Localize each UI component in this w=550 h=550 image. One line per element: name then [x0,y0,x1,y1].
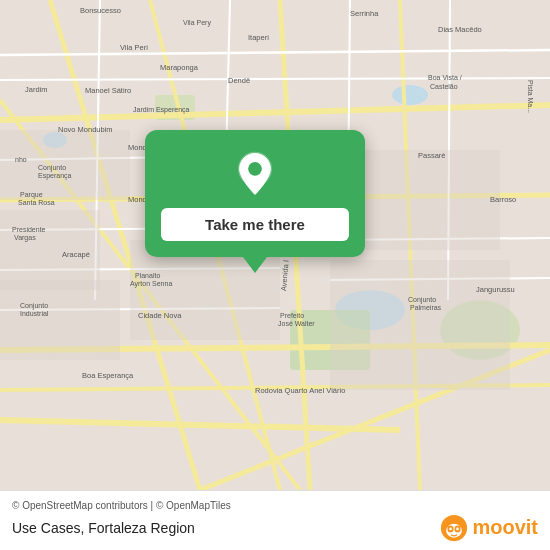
map-container: Bonsucesso Vila Pery Serrinha Dias Macêd… [0,0,550,490]
svg-text:Planalto: Planalto [135,272,160,279]
svg-text:José Walter: José Walter [278,320,315,327]
page-title: Use Cases, Fortaleza Region [12,520,195,536]
svg-text:Vila Peri: Vila Peri [120,43,148,52]
svg-text:Pista Ma...: Pista Ma... [527,80,534,113]
footer-title-row: Use Cases, Fortaleza Region moovit [12,514,538,542]
svg-text:Palmeiras: Palmeiras [410,304,442,311]
attribution-text: © OpenStreetMap contributors | © OpenMap… [12,500,538,511]
svg-rect-35 [330,260,510,390]
footer: © OpenStreetMap contributors | © OpenMap… [0,490,550,550]
svg-text:Vargas: Vargas [14,234,36,242]
location-pin-icon [231,150,279,198]
svg-text:Conjunto: Conjunto [408,296,436,304]
svg-text:Jangurussu: Jangurussu [476,285,515,294]
svg-text:Prefeito: Prefeito [280,312,304,319]
take-me-there-button[interactable]: Take me there [161,208,349,241]
svg-text:Jardim Esperença: Jardim Esperença [133,106,190,114]
svg-text:Esperança: Esperança [38,172,72,180]
moovit-brand-name: moovit [472,516,538,539]
svg-text:Boa Vista /: Boa Vista / [428,74,462,81]
svg-text:Jardim: Jardim [25,85,48,94]
svg-text:Santa Rosa: Santa Rosa [18,199,55,206]
popup-card: Take me there [145,130,365,257]
svg-text:Bonsucesso: Bonsucesso [80,6,121,15]
svg-text:Passaré: Passaré [418,151,446,160]
svg-text:Ayrton Senna: Ayrton Senna [130,280,172,288]
svg-text:Rodovia Quarto Anel Viário: Rodovia Quarto Anel Viário [255,386,345,395]
moovit-logo: moovit [440,514,538,542]
svg-point-3 [392,85,428,105]
svg-text:Dendê: Dendê [228,76,250,85]
svg-text:Barroso: Barroso [490,195,516,204]
svg-text:Castelão: Castelão [430,83,458,90]
svg-text:Aracapé: Aracapé [62,250,90,259]
svg-text:Conjunto: Conjunto [20,302,48,310]
svg-text:Dias Macêdo: Dias Macêdo [438,25,482,34]
svg-point-77 [248,162,262,176]
svg-text:Industrial: Industrial [20,310,49,317]
svg-text:Maraponga: Maraponga [160,63,199,72]
svg-text:Serrinha: Serrinha [350,9,379,18]
svg-text:Parque: Parque [20,191,43,199]
svg-rect-32 [0,280,120,360]
svg-text:Novo Mondubim: Novo Mondubim [58,125,113,134]
svg-text:Presidente: Presidente [12,226,46,233]
svg-text:Itaperi: Itaperi [248,33,269,42]
svg-text:nho: nho [15,156,27,163]
svg-text:Cidade Nova: Cidade Nova [138,311,182,320]
svg-text:Boa Esperança: Boa Esperança [82,371,134,380]
svg-text:Manoel Sátiro: Manoel Sátiro [85,86,131,95]
svg-text:Vila Pery: Vila Pery [183,19,211,27]
svg-text:Conjunto: Conjunto [38,164,66,172]
moovit-icon [440,514,468,542]
